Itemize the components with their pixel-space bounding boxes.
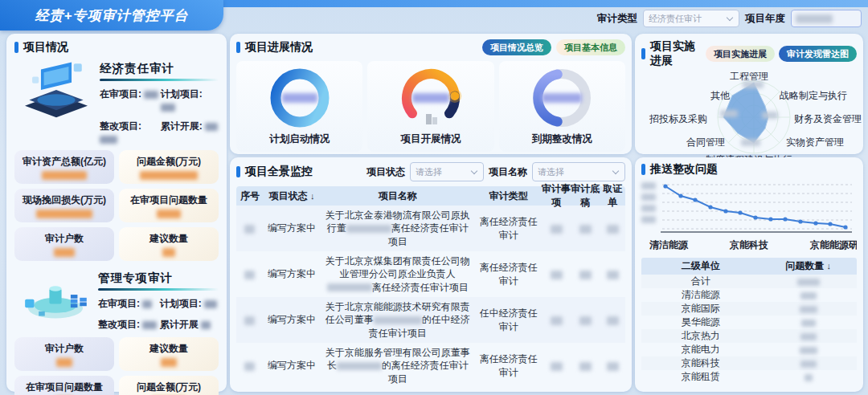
stat-label: 计划项目: bbox=[161, 88, 203, 100]
tab-implementation-progress[interactable]: 项目实施进展 bbox=[706, 46, 775, 62]
audit-type-select[interactable]: 经济责任审计 bbox=[643, 10, 739, 27]
redacted-value bbox=[204, 300, 217, 308]
special-audit-illustration bbox=[14, 267, 96, 324]
name-filter-select[interactable]: 请选择 bbox=[532, 162, 625, 181]
stat-card: 问题金额(万元) bbox=[119, 376, 219, 395]
redacted-value bbox=[144, 91, 158, 99]
redacted-value bbox=[579, 316, 592, 325]
section-economic-audit: 经济责任审计 在审项目: 计划项目: 整改项目: 累计开展: bbox=[14, 58, 219, 145]
stat-label: 累计开展: bbox=[161, 120, 203, 132]
chevron-down-icon bbox=[612, 167, 619, 173]
redacted-name bbox=[346, 225, 391, 233]
radar-chart: 工程管理 战略制定与执行 财务及资金管理 实物资产管理 制度流程建设与执行 合同… bbox=[641, 68, 857, 168]
table-row[interactable]: 京能租赁 bbox=[641, 370, 857, 384]
gauge-plan-launch: 计划启动情况 bbox=[236, 61, 362, 152]
redacted-value bbox=[762, 112, 778, 119]
section-special-audit: 管理专项审计 在审项目: 计划项目: 整改项目: 累计开展 bbox=[14, 267, 219, 332]
redacted-value bbox=[579, 225, 592, 234]
radar-axis-label: 合同管理 bbox=[686, 136, 725, 149]
stat-card: 现场挽回损失(万元) bbox=[14, 189, 114, 222]
redacted-value bbox=[56, 358, 72, 367]
radar-axis-label: 招投标及采购 bbox=[649, 112, 707, 126]
economic-audit-cards: 审计资产总额(亿元) 问题金额(万元) 现场挽回损失(万元) 在审项目问题数量 … bbox=[14, 150, 219, 261]
redacted-value bbox=[244, 316, 255, 325]
table-row[interactable]: 合计 bbox=[641, 275, 857, 288]
status-filter-select[interactable]: 请选择 bbox=[410, 162, 484, 181]
x-tick: 京能科技 bbox=[730, 238, 768, 252]
redacted-value bbox=[42, 171, 87, 180]
project-year-input[interactable] bbox=[791, 10, 862, 27]
redacted-value bbox=[542, 93, 582, 103]
redacted-value bbox=[800, 333, 817, 340]
accent-bar-icon bbox=[236, 42, 240, 53]
redacted-value bbox=[205, 123, 218, 131]
section-title: 经济责任审计 bbox=[100, 61, 219, 76]
building-icon bbox=[426, 114, 437, 124]
chevron-down-icon bbox=[471, 167, 477, 173]
audit-type-label: 审计类型 bbox=[597, 12, 637, 26]
redacted-name bbox=[337, 362, 382, 370]
redacted-value bbox=[800, 292, 817, 299]
redacted-value bbox=[161, 358, 177, 367]
tab-audit-radar[interactable]: 审计发现雷达图 bbox=[779, 46, 857, 62]
redacted-value bbox=[140, 171, 198, 180]
radar-axis-label: 战略制定与执行 bbox=[780, 89, 847, 103]
section-underline bbox=[98, 288, 219, 291]
sort-icon: ↓ bbox=[310, 191, 315, 201]
panel-implementation-progress: 项目实施进展 项目实施进展 审计发现雷达图 工程管理 战略制定与执行 财务及资 bbox=[635, 34, 863, 154]
panel-title: 项目全景监控 bbox=[245, 165, 313, 179]
stat-label: 整改项目: bbox=[100, 120, 141, 132]
panel-project-progress: 项目进展情况 项目情况总览 项目基本信息 计划启动情况 bbox=[230, 34, 632, 154]
trend-chart bbox=[641, 181, 857, 237]
redacted-value bbox=[800, 306, 817, 313]
sortable-column[interactable]: 项目状态 ↓ bbox=[264, 189, 320, 203]
tab-project-overview[interactable]: 项目情况总览 bbox=[482, 39, 551, 55]
redacted-value bbox=[100, 136, 117, 144]
sortable-column[interactable]: 问题数量 ↓ bbox=[760, 259, 857, 273]
panel-title: 项目实施进展 bbox=[650, 39, 702, 68]
table-row[interactable]: 编写方案中 关于京能服务管理有限公司原董事长的离任经济责任审计项目 离任经济责任… bbox=[236, 343, 625, 389]
redacted-value bbox=[579, 362, 592, 371]
redacted-value bbox=[800, 347, 817, 354]
special-audit-cards: 审计户数 建议数量 在审项目问题数量 问题金额(万元) bbox=[14, 337, 219, 395]
table-row[interactable]: 编写方案中 关于北京金泰港物流有限公司原执行董离任经济责任审计项目 离任经济责任… bbox=[236, 206, 625, 251]
x-tick: 清洁能源 bbox=[649, 238, 688, 252]
table-row[interactable]: 京能国际 bbox=[641, 302, 857, 316]
radar-axis-label: 财务及资金管理 bbox=[794, 112, 862, 126]
stat-card: 审计资产总额(亿元) bbox=[14, 150, 114, 184]
redacted-value bbox=[805, 374, 813, 381]
trend-line bbox=[665, 186, 845, 227]
redacted-value bbox=[579, 271, 592, 279]
panel-push-rectification: 推送整改问题 bbox=[635, 157, 863, 392]
sort-icon: ↓ bbox=[827, 261, 832, 271]
tab-project-basic-info[interactable]: 项目基本信息 bbox=[556, 39, 625, 55]
panel-title: 项目进展情况 bbox=[245, 40, 313, 55]
table-row[interactable]: 昊华能源 bbox=[641, 316, 857, 329]
stat-card: 在审项目问题数量 bbox=[119, 189, 219, 222]
redacted-value bbox=[607, 362, 619, 371]
redacted-value bbox=[142, 300, 152, 308]
redacted-value bbox=[412, 93, 449, 103]
table-row[interactable]: 编写方案中 关于北京京煤集团有限责任公司物业管理分公司原企业负责人离任经济责任审… bbox=[236, 251, 625, 297]
x-axis-labels: 清洁能源 京能科技 京能能源研究 bbox=[641, 238, 857, 252]
table-row[interactable]: 京能科技 bbox=[641, 356, 857, 370]
redacted-value bbox=[244, 271, 255, 279]
table-row[interactable]: 北京热力 bbox=[641, 329, 857, 343]
table-row[interactable]: 编写方案中 关于北京京能能源技术研究有限责任公司董事的任中经济责任审计项目 任中… bbox=[236, 297, 625, 343]
panel-title: 项目情况 bbox=[23, 40, 68, 55]
table-row[interactable]: 清洁能源 bbox=[641, 288, 857, 302]
accent-bar-icon bbox=[236, 166, 240, 177]
gauge-rectification-due: 到期整改情况 bbox=[499, 61, 625, 152]
panel-title: 推送整改问题 bbox=[650, 162, 718, 177]
table-header: 二级单位 问题数量 ↓ bbox=[641, 258, 857, 275]
x-tick: 京能能源研究 bbox=[810, 238, 857, 252]
table-row[interactable]: 京能电力 bbox=[641, 343, 857, 356]
redacted-value bbox=[607, 316, 619, 325]
section-title: 管理专项审计 bbox=[98, 271, 219, 286]
dashboard: 经责+专项审计管控平台 审计类型 经济责任审计 项目年度 项目情况 bbox=[0, 0, 868, 395]
stat-label: 在审项目: bbox=[98, 298, 140, 309]
stat-label: 整改项目: bbox=[98, 319, 140, 330]
accent-bar-icon bbox=[641, 48, 645, 59]
redacted-value bbox=[162, 248, 175, 257]
project-year-label: 项目年度 bbox=[745, 12, 785, 26]
